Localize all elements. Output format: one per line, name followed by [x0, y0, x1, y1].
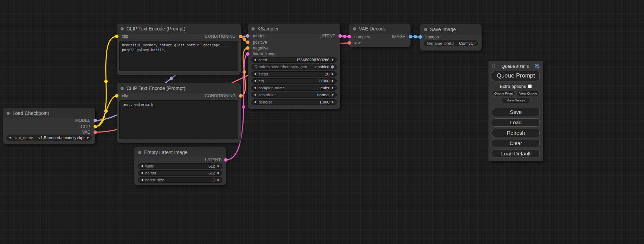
- input-slot-samples: samples: [349, 34, 370, 40]
- collapse-dot-icon[interactable]: [353, 27, 356, 30]
- graph-canvas[interactable]: Load Checkpoint MODEL CLIP VAE ◀ ckpt_na…: [0, 0, 644, 244]
- output-port-conditioning[interactable]: [239, 94, 242, 98]
- queue-front-button[interactable]: Queue Front: [492, 91, 515, 96]
- output-port-latent[interactable]: [224, 158, 228, 162]
- toggle-dot-icon[interactable]: [331, 65, 334, 69]
- output-port-latent[interactable]: [338, 34, 342, 38]
- denoise-widget[interactable]: ◀ denoise 1.000 ▶: [251, 99, 337, 105]
- prev-value-arrow-icon[interactable]: ◀: [141, 172, 143, 174]
- slot-label: LATENT: [205, 157, 221, 162]
- next-value-arrow-icon[interactable]: ▶: [332, 80, 334, 82]
- next-value-arrow-icon[interactable]: ▶: [218, 165, 220, 168]
- node-empty-latent-image[interactable]: Empty Latent Image LATENT ◀ width 512 ▶ …: [134, 147, 226, 185]
- output-port-model[interactable]: [94, 119, 97, 122]
- next-value-arrow-icon[interactable]: ▶: [218, 179, 220, 181]
- input-port-model[interactable]: [246, 34, 249, 38]
- widget-value: 512: [209, 171, 215, 175]
- output-port-clip[interactable]: [94, 125, 97, 128]
- input-port-positive[interactable]: [246, 40, 249, 44]
- steps-widget[interactable]: ◀ steps 20 ▶: [251, 71, 337, 77]
- link-dot: [104, 80, 108, 83]
- node-title-bar[interactable]: CLIP Text Encode (Prompt): [117, 24, 241, 34]
- slot-label: IMAGE: [392, 34, 405, 39]
- prev-value-arrow-icon[interactable]: ◀: [254, 58, 256, 61]
- load-button[interactable]: Load: [492, 118, 540, 127]
- cfg-widget[interactable]: ◀ cfg 8.000 ▶: [251, 78, 337, 84]
- prev-value-arrow-icon[interactable]: ◀: [141, 165, 143, 168]
- widget-label: height: [145, 171, 156, 175]
- prev-value-arrow-icon[interactable]: ◀: [141, 179, 143, 181]
- seed-widget[interactable]: ◀ seed 156680208700286 ▶: [251, 57, 337, 63]
- output-port-vae[interactable]: [94, 130, 97, 134]
- refresh-button[interactable]: Refresh: [492, 129, 540, 137]
- settings-gear-icon[interactable]: [535, 64, 540, 69]
- prev-value-arrow-icon[interactable]: ◀: [254, 87, 256, 89]
- input-port-samples[interactable]: [347, 35, 351, 38]
- next-value-arrow-icon[interactable]: ▶: [332, 93, 334, 96]
- load-default-button[interactable]: Load Default: [492, 150, 540, 158]
- input-slot-latent-image: latent_image: [248, 51, 277, 57]
- next-value-arrow-icon[interactable]: ▶: [332, 101, 334, 103]
- prev-value-arrow-icon[interactable]: ◀: [254, 101, 256, 103]
- filename-prefix-widget[interactable]: filename_prefix ComfyUI: [424, 40, 478, 46]
- prev-value-arrow-icon[interactable]: ◀: [254, 93, 256, 96]
- scheduler-widget[interactable]: ◀ scheduler normal ▶: [251, 92, 337, 98]
- node-title-bar[interactable]: CLIP Text Encode (Prompt): [117, 83, 241, 93]
- output-slot-latent: LATENT: [205, 157, 226, 163]
- save-button[interactable]: Save: [492, 108, 540, 116]
- prev-value-arrow-icon[interactable]: ◀: [254, 80, 256, 82]
- next-value-arrow-icon[interactable]: ▶: [332, 87, 334, 89]
- node-title-bar[interactable]: KSampler: [248, 24, 340, 34]
- node-load-checkpoint[interactable]: Load Checkpoint MODEL CLIP VAE ◀ ckpt_na…: [3, 108, 95, 144]
- view-history-button[interactable]: View History: [501, 98, 531, 103]
- prev-value-arrow-icon[interactable]: ◀: [254, 73, 256, 75]
- next-value-arrow-icon[interactable]: ▶: [332, 73, 334, 75]
- view-queue-button[interactable]: View Queue: [517, 91, 540, 96]
- clear-button[interactable]: Clear: [492, 139, 540, 147]
- collapse-dot-icon[interactable]: [138, 151, 141, 154]
- input-port-latent-image[interactable]: [246, 52, 249, 56]
- link-dot: [242, 105, 245, 109]
- queue-prompt-button[interactable]: Queue Prompt: [492, 71, 540, 81]
- widget-value: euler: [320, 86, 329, 90]
- output-port-image[interactable]: [409, 35, 412, 38]
- ckpt-name-widget[interactable]: ◀ ckpt_name v1-5-pruned-emaonly.ckpt ▶: [6, 135, 92, 141]
- width-widget[interactable]: ◀ width 512 ▶: [138, 163, 222, 169]
- collapse-dot-icon[interactable]: [121, 27, 124, 30]
- node-vae-decode[interactable]: VAE Decode samples vae IMAGE: [349, 24, 411, 47]
- node-title-bar[interactable]: Empty Latent Image: [134, 147, 226, 157]
- link-dot: [170, 76, 173, 80]
- output-port-conditioning[interactable]: [239, 35, 242, 38]
- node-save-image[interactable]: Save Image images filename_prefix ComfyU…: [420, 24, 482, 51]
- menu-drag-handle-icon[interactable]: [492, 64, 495, 69]
- node-clip-text-encode-negative[interactable]: CLIP Text Encode (Prompt) clip CONDITION…: [117, 83, 241, 143]
- next-value-arrow-icon[interactable]: ▶: [87, 136, 89, 139]
- extra-options-checkbox[interactable]: [528, 84, 532, 88]
- node-title-bar[interactable]: Load Checkpoint: [3, 108, 95, 118]
- node-title-bar[interactable]: VAE Decode: [349, 24, 411, 34]
- output-slot-model: MODEL: [75, 117, 95, 124]
- slot-label: positive: [253, 40, 267, 45]
- input-port-images[interactable]: [418, 35, 422, 39]
- collapse-dot-icon[interactable]: [121, 87, 124, 90]
- input-port-clip[interactable]: [115, 94, 118, 98]
- batch-size-widget[interactable]: ◀ batch_size 1 ▶: [138, 177, 222, 183]
- negative-prompt-textarea[interactable]: text, watermark: [119, 100, 238, 139]
- collapse-dot-icon[interactable]: [7, 112, 10, 115]
- positive-prompt-textarea[interactable]: beautiful scenery nature glass bottle la…: [119, 41, 238, 71]
- next-value-arrow-icon[interactable]: ▶: [332, 58, 334, 61]
- node-title-bar[interactable]: Save Image: [420, 24, 482, 35]
- collapse-dot-icon[interactable]: [424, 28, 427, 31]
- input-port-negative[interactable]: [246, 46, 249, 50]
- sampler-name-widget[interactable]: ◀ sampler_name euler ▶: [251, 85, 337, 91]
- node-clip-text-encode-positive[interactable]: CLIP Text Encode (Prompt) clip CONDITION…: [117, 24, 241, 75]
- input-port-clip[interactable]: [115, 35, 118, 38]
- height-widget[interactable]: ◀ height 512 ▶: [138, 170, 222, 176]
- input-slot-clip: clip: [117, 93, 128, 99]
- prev-value-arrow-icon[interactable]: ◀: [9, 136, 11, 139]
- next-value-arrow-icon[interactable]: ▶: [218, 172, 220, 174]
- input-port-vae[interactable]: [347, 41, 351, 45]
- node-ksampler[interactable]: KSampler model positive negative latent_…: [248, 24, 340, 109]
- collapse-dot-icon[interactable]: [252, 27, 255, 30]
- random-seed-toggle-widget[interactable]: Random seed after every gen enabled: [251, 64, 337, 70]
